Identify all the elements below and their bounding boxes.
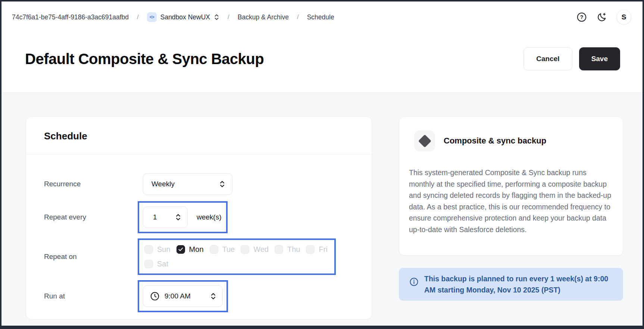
checkbox-unchecked-icon [144,260,153,268]
theme-toggle-button[interactable] [597,12,607,22]
checkbox-unchecked-icon [241,245,249,254]
schedule-form: Recurrence Weekly [26,155,372,312]
repeat-every-row: Repeat every 1 week(s) [44,201,354,233]
schedule-card-title: Schedule [26,117,372,155]
page-content: Schedule Recurrence Weekly [1,93,643,326]
checkbox-checked-icon [176,245,185,254]
checkbox-unchecked-icon [210,245,218,254]
info-column: Composite & sync backup This system-gene… [399,117,623,326]
day-label: Wed [253,245,269,254]
repeat-every-unit: week(s) [197,213,222,221]
repeat-every-highlight: 1 week(s) [138,201,228,233]
repeat-every-label: Repeat every [44,213,138,221]
day-checkbox-sun[interactable]: Sun [144,245,171,254]
run-at-value: 9:00 AM [165,292,191,300]
backup-type-description: This system-generated Composite & Sync b… [409,167,613,235]
breadcrumb-separator: / [137,13,139,21]
repeat-every-input[interactable]: 1 [143,206,188,228]
day-label: Sat [157,260,168,268]
recurrence-select[interactable]: Weekly [143,173,232,195]
breadcrumb-environment-label: Sandbox NewUX [160,13,210,21]
checkbox-unchecked-icon [144,245,153,254]
code-brackets-icon: <> [147,12,157,22]
breadcrumb-section[interactable]: Backup & Archive [238,13,289,21]
diamond-icon [418,134,431,147]
repeat-on-label: Repeat on [44,253,138,261]
cancel-button[interactable]: Cancel [523,47,572,70]
day-label: Mon [189,245,204,254]
recurrence-label: Recurrence [44,180,138,188]
repeat-on-days: SunMonTueWedThuFriSat [144,245,329,268]
day-checkbox-fri[interactable]: Fri [306,245,327,254]
page-header: Default Composite & Sync Backup Cancel S… [1,33,643,93]
day-label: Fri [319,245,327,254]
breadcrumb-org-id[interactable]: 74c7f6a1-be75-4aff-9186-a3ac691aafbd [12,13,129,21]
repeat-every-value: 1 [153,213,157,221]
schedule-info-text: This backup is planned to run every 1 we… [424,273,616,295]
chevron-updown-icon [219,180,225,188]
page-header-actions: Cancel Save [523,47,620,70]
run-at-label: Run at [44,292,138,300]
moon-crescent-icon [597,12,607,22]
checkbox-unchecked-icon [306,245,315,254]
day-label: Tue [222,245,235,254]
day-checkbox-tue[interactable]: Tue [210,245,235,254]
checkbox-unchecked-icon [275,245,283,254]
recurrence-row: Recurrence Weekly [44,173,354,195]
number-stepper-icon[interactable] [175,213,181,221]
day-checkbox-sat[interactable]: Sat [144,260,168,268]
topbar-actions: ? S [576,10,631,25]
run-at-select[interactable]: 9:00 AM [143,285,223,307]
schedule-info-banner: This backup is planned to run every 1 we… [399,268,623,301]
day-label: Sun [157,245,171,254]
breadcrumb-separator: / [297,13,299,21]
day-checkbox-mon[interactable]: Mon [176,245,204,254]
chevron-updown-icon [214,14,219,20]
save-button[interactable]: Save [579,47,620,70]
breadcrumb: 74c7f6a1-be75-4aff-9186-a3ac691aafbd / <… [12,12,334,22]
recurrence-value: Weekly [151,180,175,188]
info-circle-icon [409,277,419,287]
top-bar: 74c7f6a1-be75-4aff-9186-a3ac691aafbd / <… [1,1,643,33]
repeat-on-row: Repeat on SunMonTueWedThuFriSat [44,238,354,275]
backup-type-card: Composite & sync backup This system-gene… [399,117,623,256]
run-at-row: Run at 9:00 AM [44,280,354,312]
run-at-highlight: 9:00 AM [138,280,228,312]
repeat-on-highlight: SunMonTueWedThuFriSat [138,238,336,275]
clock-icon [150,291,160,301]
breadcrumb-page[interactable]: Schedule [307,13,334,21]
user-avatar[interactable]: S [616,10,631,25]
page-title: Default Composite & Sync Backup [25,51,264,67]
backup-type-title: Composite & sync backup [444,136,546,146]
help-button[interactable]: ? [576,12,587,22]
day-checkbox-wed[interactable]: Wed [241,245,269,254]
avatar-initial: S [622,13,626,21]
day-label: Thu [287,245,300,254]
backup-type-icon-box [414,130,435,151]
svg-text:?: ? [580,14,584,20]
question-circle-icon: ? [576,12,587,22]
breadcrumb-environment-selector[interactable]: <> Sandbox NewUX [147,12,219,22]
chevron-updown-icon [210,292,216,300]
app-window: 74c7f6a1-be75-4aff-9186-a3ac691aafbd / <… [0,0,644,329]
day-checkbox-thu[interactable]: Thu [275,245,300,254]
breadcrumb-separator: / [228,13,229,21]
schedule-card: Schedule Recurrence Weekly [26,117,372,319]
